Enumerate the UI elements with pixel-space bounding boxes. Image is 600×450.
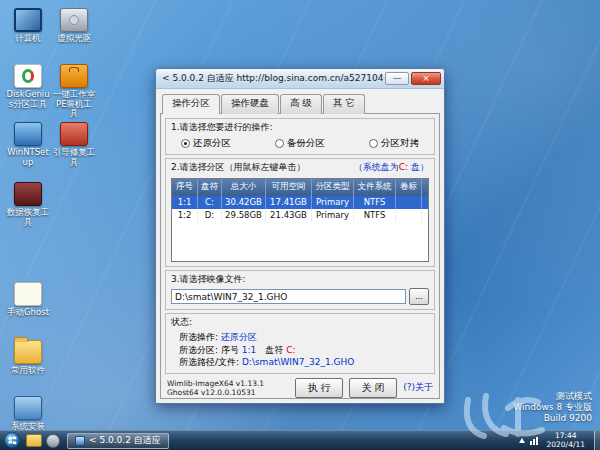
ghost-icon: [14, 282, 42, 306]
diskgenius-icon: [14, 64, 42, 88]
radio-label: 备份分区: [287, 137, 325, 150]
wimlib-version: Wimlib-ImageX64 v1.13.1: [167, 379, 289, 388]
test-mode-watermark: 测试模式 Windows 8 专业版 Build 9200: [513, 391, 592, 424]
clock-date: 2020/4/11: [547, 441, 585, 450]
data-recovery-icon: [14, 182, 42, 206]
image-file-group-title: 3.请选择映像文件:: [171, 273, 429, 286]
radio-backup-partition[interactable]: 备份分区: [275, 137, 325, 150]
tab-panel: 1.请选择您要进行的操作: 还原分区 备份分区 分区对拷: [160, 113, 440, 399]
tab-operate-disk[interactable]: 操作硬盘: [221, 94, 279, 114]
radio-dot-icon: [275, 139, 284, 148]
boot-repair-icon: [60, 122, 88, 146]
desktop-icon-virtual-drive[interactable]: 虚拟光驱: [52, 8, 96, 44]
partition-group-title: 2.请选择分区（用鼠标左键单击）: [171, 161, 306, 174]
radio-partition-copy[interactable]: 分区对拷: [369, 137, 419, 150]
desktop-icon-winntsetup[interactable]: WinNTSetup: [6, 122, 50, 167]
status-group: 状态: 所选操作: 还原分区 所选分区: 序号 1:1 盘符 C: 所选路径/文…: [165, 313, 435, 374]
winntsetup-icon: [14, 122, 42, 146]
desktop-icon-system-install[interactable]: 系统安装: [6, 396, 50, 432]
tray-expand-icon[interactable]: [519, 438, 525, 443]
folder-icon: [14, 340, 42, 364]
app-icon: [75, 436, 85, 446]
desktop-icon-label: DiskGenius分区工具: [6, 90, 50, 109]
partition-row-c[interactable]: 1:1 C: 30.42GB 17.41GB Primary NTFS: [172, 196, 429, 209]
desktop-icon-manual-ghost[interactable]: 手动Ghost: [6, 282, 50, 318]
tab-other[interactable]: 其 它: [323, 94, 365, 114]
radio-dot-icon: [369, 139, 378, 148]
desktop-icon-computer[interactable]: 计算机: [6, 8, 50, 44]
desktop-icon-label: WinNTSetup: [6, 148, 50, 167]
column-header[interactable]: 卷标: [396, 179, 422, 196]
taskbar-app-button[interactable]: < 5.0.0.2 自适应: [67, 433, 169, 449]
tab-strip: 操作分区 操作硬盘 高 级 其 它: [160, 93, 440, 113]
desktop-icon-label: 手动Ghost: [6, 308, 50, 318]
start-button[interactable]: [4, 432, 21, 449]
system-install-icon: [14, 396, 42, 420]
partition-group: 2.请选择分区（用鼠标左键单击） （系统盘为C: 盘） 序号 盘符 总大小 可用…: [165, 158, 435, 267]
desktop: 计算机 虚拟光驱 DiskGenius分区工具 一键工作室PE装机工具 WinN…: [0, 0, 600, 450]
radio-dot-icon: [181, 139, 190, 148]
taskbar-explorer-icon[interactable]: [26, 434, 42, 447]
minimize-button[interactable]: —: [385, 72, 409, 85]
operation-group: 1.请选择您要进行的操作: 还原分区 备份分区 分区对拷: [165, 118, 435, 155]
close-button[interactable]: 关 闭: [349, 378, 397, 398]
execute-button[interactable]: 执 行: [295, 378, 343, 398]
image-file-group: 3.请选择映像文件: ...: [165, 270, 435, 310]
operation-group-title: 1.请选择您要进行的操作:: [171, 121, 429, 134]
partition-table: 序号 盘符 总大小 可用空间 分区类型 文件系统 卷标 分 1:1 C:: [171, 178, 429, 262]
partition-row-d[interactable]: 1:2 D: 29.58GB 21.43GB Primary NTFS: [172, 209, 429, 222]
status-operation-line: 所选操作: 还原分区: [171, 331, 429, 344]
taskbar-clock[interactable]: 17:44 2020/4/11: [543, 432, 589, 449]
desktop-icon-data-recovery[interactable]: 数据恢复工具: [6, 182, 50, 227]
desktop-icon-label: 常用软件: [6, 366, 50, 376]
system-drive-hint: （系统盘为C: 盘）: [354, 161, 429, 174]
about-link[interactable]: (?)关于: [403, 381, 433, 394]
desktop-icon-label: 一键工作室PE装机工具: [52, 90, 96, 119]
radio-restore-partition[interactable]: 还原分区: [181, 137, 231, 150]
column-header[interactable]: 分: [422, 179, 429, 196]
partition-table-header: 序号 盘符 总大小 可用空间 分区类型 文件系统 卷标 分: [172, 179, 429, 196]
column-header[interactable]: 可用空间: [266, 179, 312, 196]
version-info: Wimlib-ImageX64 v1.13.1 Ghost64 v12.0.0.…: [167, 379, 289, 397]
taskbar-app-label: < 5.0.0.2 自适应: [89, 434, 161, 447]
radio-label: 还原分区: [193, 137, 231, 150]
image-file-input[interactable]: [171, 289, 406, 304]
optical-drive-icon: [60, 8, 88, 32]
browse-button[interactable]: ...: [409, 288, 429, 305]
window-titlebar[interactable]: < 5.0.0.2 自适应 http://blog.sina.com.cn/a5…: [156, 69, 444, 89]
status-path-line: 所选路径/文件: D:\smat\WIN7_32_1.GHO: [171, 356, 429, 369]
desktop-icon-label: 引导修复工具: [52, 148, 96, 167]
desktop-icon-common-software[interactable]: 常用软件: [6, 340, 50, 376]
column-header[interactable]: 总大小: [222, 179, 266, 196]
status-partition-line: 所选分区: 序号 1:1 盘符 C:: [171, 344, 429, 357]
window-title: < 5.0.0.2 自适应 http://blog.sina.com.cn/a5…: [162, 72, 383, 85]
column-header[interactable]: 盘符: [198, 179, 222, 196]
desktop-icon-label: 计算机: [6, 34, 50, 44]
window-footer: Wimlib-ImageX64 v1.13.1 Ghost64 v12.0.0.…: [165, 377, 435, 398]
close-window-button[interactable]: ×: [411, 72, 441, 85]
desktop-icon-label: 数据恢复工具: [6, 208, 50, 227]
desktop-icon-pe-toolbox[interactable]: 一键工作室PE装机工具: [52, 64, 96, 119]
column-header[interactable]: 序号: [172, 179, 198, 196]
computer-icon: [14, 8, 42, 32]
network-icon[interactable]: [530, 437, 538, 445]
column-header[interactable]: 分区类型: [312, 179, 354, 196]
taskbar: < 5.0.0.2 自适应 17:44 2020/4/11: [0, 430, 600, 450]
desktop-icon-boot-repair[interactable]: 引导修复工具: [52, 122, 96, 167]
window-client-area: 操作分区 操作硬盘 高 级 其 它 1.请选择您要进行的操作: 还原分区: [156, 89, 444, 403]
radio-label: 分区对拷: [381, 137, 419, 150]
taskbar-disc-icon[interactable]: [46, 434, 60, 448]
system-tray: 17:44 2020/4/11: [519, 431, 600, 450]
operation-radio-group: 还原分区 备份分区 分区对拷: [171, 136, 429, 150]
tab-advanced[interactable]: 高 级: [280, 94, 322, 114]
ghost-version: Ghost64 v12.0.0.10531: [167, 388, 289, 397]
desktop-icon-diskgenius[interactable]: DiskGenius分区工具: [6, 64, 50, 109]
desktop-icon-label: 虚拟光驱: [52, 34, 96, 44]
tab-operate-partition[interactable]: 操作分区: [162, 94, 220, 114]
pe-toolbox-icon: [60, 64, 88, 88]
status-title: 状态:: [171, 316, 429, 329]
column-header[interactable]: 文件系统: [354, 179, 396, 196]
app-window: < 5.0.0.2 自适应 http://blog.sina.com.cn/a5…: [155, 68, 445, 404]
show-desktop-button[interactable]: [594, 431, 600, 450]
